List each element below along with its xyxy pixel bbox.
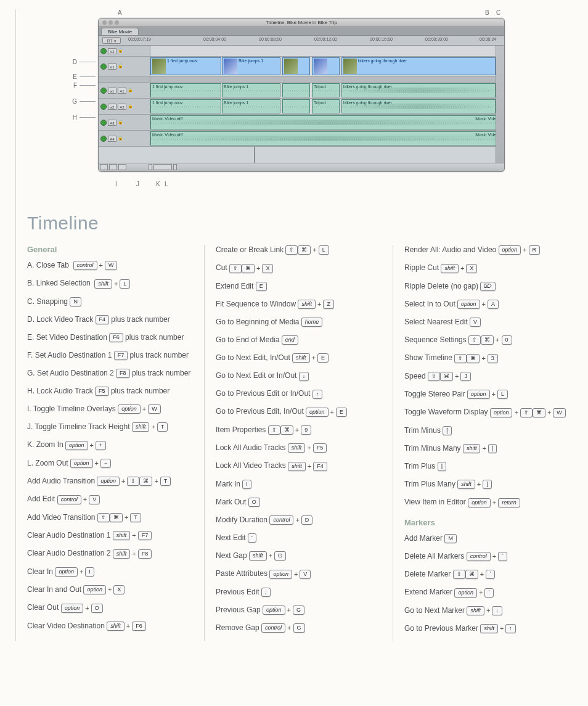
col-3: Render All: Audio and Video option+R Rip… — [393, 245, 573, 641]
bottom-bar — [99, 163, 504, 171]
callout-k: K — [156, 181, 160, 187]
track-v1: V1🔒 1 first jump.mov Bike jumps 1 bikers… — [99, 57, 504, 76]
sequence-tab: Bike Movie — [101, 28, 139, 35]
callout-g: G — [59, 98, 77, 105]
timeline-window: Timeline: Bike Movie in Bike Trip Bike M… — [98, 18, 505, 172]
track-a1: a1A1🔒 1 first jump.mov Bike jumps 1 Trip… — [99, 83, 504, 99]
heading-markers: Markers — [404, 518, 573, 527]
callout-h: H — [59, 114, 77, 121]
heading-general: General — [27, 245, 195, 254]
col-2: Create or Break Link ⇧⌘+L Cut ⇧⌘+X Exten… — [205, 245, 393, 641]
page-title: Timeline — [27, 213, 573, 234]
callout-e: E — [59, 73, 77, 80]
scrollbar-v — [496, 46, 504, 163]
traffic-lights — [102, 20, 119, 25]
callout-b: B — [485, 9, 489, 16]
callout-a: A — [118, 9, 122, 16]
current-timecode: 00:00:07;19 — [128, 37, 151, 41]
callout-i: I — [115, 181, 117, 187]
callout-f: F — [59, 82, 77, 89]
window-title: Timeline: Bike Movie in Bike Trip — [266, 20, 337, 25]
timeline-screenshot: A B C D E F G H Timeline: Bike Movie in … — [98, 9, 542, 188]
callout-j: J — [136, 181, 139, 187]
callout-c: C — [496, 9, 500, 16]
col-general: General A. Close Tab control+W B. Linked… — [27, 245, 205, 641]
rt-popup: RT ▾ — [102, 37, 121, 44]
tab-bar: Bike Movie — [99, 27, 504, 36]
timeline-ruler: RT ▾ 00:00:07;19 00:00:04;00 00:00:08;00… — [99, 36, 504, 46]
callout-l: L — [165, 181, 168, 187]
track-a2: a2A2🔒 1 first jump.mov Bike jumps 1 Trip… — [99, 99, 504, 115]
track-a3: A3🔒 Music Video.aiffMusic Video.a — [99, 115, 504, 131]
track-v2: V2🔒 — [99, 46, 504, 57]
window-titlebar: Timeline: Bike Movie in Bike Trip — [99, 18, 504, 27]
track-a4: A4🔒 Music Video.aiffMusic Video.a — [99, 131, 504, 147]
callout-d: D — [59, 59, 77, 65]
